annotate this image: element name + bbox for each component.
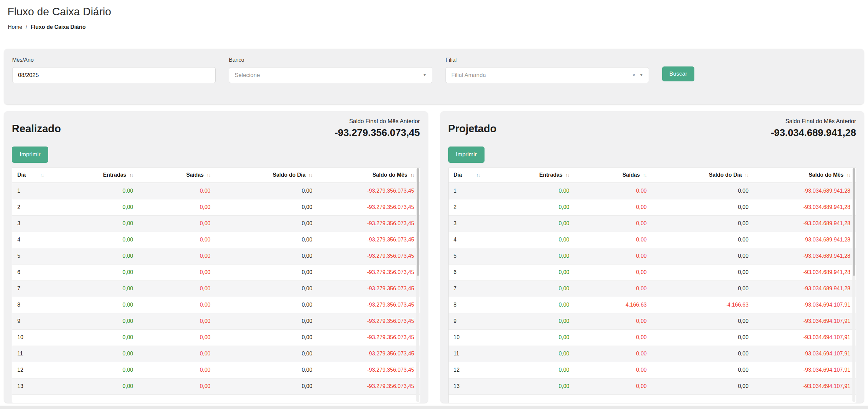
mes-ano-input[interactable] [12,67,216,83]
sort-icon: ↑↓ [643,173,647,178]
cell-saldo-do-mes: -93.034.694.107,91 [754,313,856,329]
cell-saidas: 0,00 [575,313,652,329]
saldo-anterior-block: Saldo Final do Mês Anterior -93.279.356.… [335,118,420,138]
cell-dia: 2 [12,199,65,215]
cell-entradas: 0,00 [65,297,138,313]
cell-saldo-do-mes: -93.279.356.073,45 [318,183,419,199]
clear-icon[interactable]: × [632,73,635,78]
sort-icon: ↑↓ [411,173,414,178]
table-row: 70,000,000,00-93.279.356.073,45 [12,280,420,297]
cell-saidas: 0,00 [138,280,216,297]
cell-saidas: 0,00 [575,232,652,248]
cell-saldo-do-dia: 0,00 [216,215,318,232]
table-row: 50,000,000,00-93.279.356.073,45 [12,248,420,264]
table-scrollbar[interactable] [852,168,855,402]
cell-saidas: 0,00 [138,183,216,199]
table-row: 100,000,000,00-93.034.694.107,91 [449,329,856,346]
buscar-button[interactable]: Buscar [662,66,694,81]
table-row: 40,000,000,00-93.034.689.941,28 [449,232,856,248]
cell-saldo-do-dia: 0,00 [216,280,318,297]
cell-dia: 7 [12,280,65,297]
cell-saldo-do-dia: 0,00 [216,297,318,313]
saldo-anterior-value: -93.034.689.941,28 [771,127,856,138]
cell-saldo-do-mes: -93.279.356.073,45 [318,215,419,232]
cell-saldo-do-dia: 0,00 [216,329,318,346]
cell-saidas: 0,00 [575,329,652,346]
cell-saldo-do-dia: 0,00 [652,183,754,199]
cell-saldo-do-dia: 0,00 [216,346,318,362]
banco-label: Banco [229,57,432,63]
cell-saldo-do-dia: 0,00 [652,329,754,346]
cell-entradas: 0,00 [65,215,138,232]
table-row: 60,000,000,00-93.034.689.941,28 [449,264,856,280]
cell-dia: 11 [449,346,501,362]
breadcrumb-home-link[interactable]: Home [8,24,22,30]
cell-dia: 10 [12,329,65,346]
cell-saldo-do-mes: -93.279.356.073,45 [318,232,419,248]
cell-saidas: 0,00 [575,199,652,215]
cell-saldo-do-mes: -93.279.356.073,45 [318,346,419,362]
column-header-entradas[interactable]: Entradas↑↓ [501,168,575,183]
table-row: 90,000,000,00-93.279.356.073,45 [12,313,420,329]
table-row: 50,000,000,00-93.034.689.941,28 [449,248,856,264]
horizontal-scrollbar[interactable] [0,406,868,409]
table-scrollbar-thumb[interactable] [853,168,855,276]
table-row: 20,000,000,00-93.279.356.073,45 [12,199,420,215]
column-header-saldo-do-mes[interactable]: Saldo do Mês↑↓ [318,168,419,183]
cell-entradas: 0,00 [65,232,138,248]
breadcrumb: Home / Fluxo de Caixa Diário [8,24,868,30]
chevron-down-icon: ▼ [423,73,427,77]
cell-saldo-do-mes: -93.279.356.073,45 [318,264,419,280]
cell-entradas: 0,00 [65,313,138,329]
column-header-saidas[interactable]: Saídas↑↓ [575,168,652,183]
column-header-saidas[interactable]: Saídas↑↓ [138,168,216,183]
column-header-saldo-do-dia[interactable]: Saldo do Dia↑↓ [652,168,754,183]
cell-saldo-do-mes: -93.279.356.073,45 [318,280,419,297]
table-row: 80,000,000,00-93.279.356.073,45 [12,297,420,313]
filial-label: Filial [446,57,649,63]
cell-entradas: 0,00 [501,346,575,362]
cell-entradas: 0,00 [65,248,138,264]
field-mes-ano: Mês/Ano [12,57,216,83]
cell-entradas: 0,00 [501,248,575,264]
cell-saidas: 0,00 [138,378,216,394]
cell-saldo-do-dia: 0,00 [216,362,318,378]
realizado-table-container: Dia↑↓ Entradas↑↓ Saídas↑↓ Saldo do Dia↑↓… [12,167,420,403]
filial-select[interactable]: Filial Amanda × ▼ [446,67,649,83]
projetado-table-container: Dia↑↓ Entradas↑↓ Saídas↑↓ Saldo do Dia↑↓… [448,167,856,403]
cell-entradas: 0,00 [501,264,575,280]
imprimir-button[interactable]: Imprimir [12,147,48,163]
cell-dia: 13 [12,378,65,394]
sort-icon: ↑↓ [129,173,133,178]
cell-entradas: 0,00 [501,362,575,378]
column-header-saldo-do-mes[interactable]: Saldo do Mês↑↓ [754,168,856,183]
cell-dia: 4 [449,232,501,248]
filial-selected-value: Filial Amanda [451,72,632,79]
cell-saidas: 0,00 [138,313,216,329]
cell-dia: 5 [449,248,501,264]
table-row: 70,000,000,00-93.034.689.941,28 [449,280,856,297]
panel-projetado: Projetado Saldo Final do Mês Anterior -9… [440,111,864,403]
cell-saldo-do-dia: 0,00 [652,346,754,362]
cell-saldo-do-mes: -93.034.689.941,28 [754,232,856,248]
cell-saldo-do-mes: -93.279.356.073,45 [318,329,419,346]
column-header-dia[interactable]: Dia↑↓ [12,168,65,183]
column-header-dia[interactable]: Dia↑↓ [449,168,501,183]
cell-dia: 8 [12,297,65,313]
cell-saidas: 0,00 [575,346,652,362]
column-header-saldo-do-dia[interactable]: Saldo do Dia↑↓ [216,168,318,183]
cell-dia: 7 [449,280,501,297]
table-scrollbar-thumb[interactable] [417,168,419,276]
filter-bar: Mês/Ano Banco Selecione ▼ Filial Filial … [4,49,864,104]
cell-saidas: 0,00 [575,215,652,232]
table-row: 120,000,000,00-93.034.694.107,91 [449,362,856,378]
table-scrollbar[interactable] [416,168,419,402]
page-title: Fluxo de Caixa Diário [7,5,868,18]
sort-icon: ↑↓ [207,173,211,178]
saldo-anterior-label: Saldo Final do Mês Anterior [771,118,856,125]
column-header-entradas[interactable]: Entradas↑↓ [65,168,138,183]
imprimir-button[interactable]: Imprimir [448,147,485,163]
panel-projetado-head: Projetado Saldo Final do Mês Anterior -9… [448,118,856,138]
banco-select[interactable]: Selecione ▼ [229,67,432,83]
cell-dia: 3 [449,215,501,232]
